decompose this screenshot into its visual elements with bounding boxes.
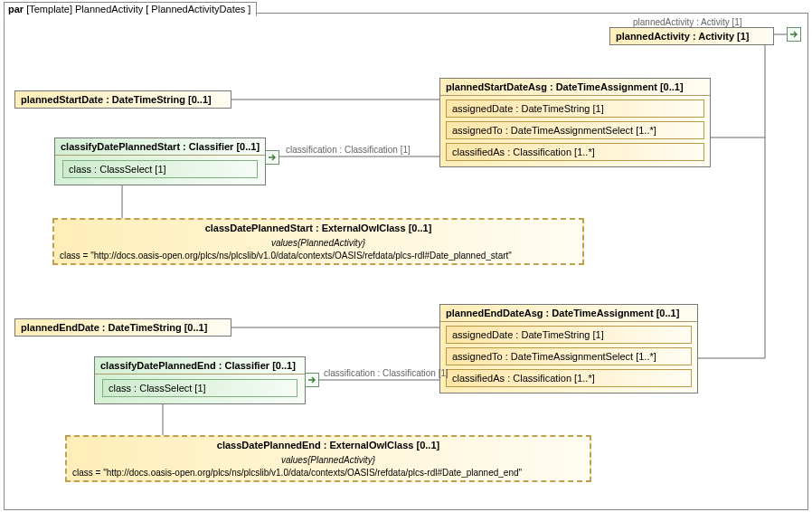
note-title: classDatePlannedStart : ExternalOwlClass… <box>54 220 582 236</box>
note-caption: values{PlannedActivity} <box>67 453 590 465</box>
note-value: class = "http://docs.oasis-open.org/plcs… <box>54 248 582 263</box>
block-classifydateplannedstart[interactable]: classifyDatePlannedStart : Classifier [0… <box>54 137 266 185</box>
block-title: classifyDatePlannedEnd : Classifier [0..… <box>95 357 305 375</box>
note-title: classDatePlannedEnd : ExternalOwlClass [… <box>67 437 590 453</box>
nav-icon[interactable] <box>305 373 319 387</box>
block-title: plannedStartDateAsg : DateTimeAssignment… <box>440 79 710 96</box>
block-plannedenddate[interactable]: plannedEndDate : DateTimeString [0..1] <box>14 318 231 337</box>
row-assignedto[interactable]: assignedTo : DateTimeAssignmentSelect [1… <box>446 121 704 139</box>
row-class[interactable]: class : ClassSelect [1] <box>62 160 258 178</box>
note-caption: values{PlannedActivity} <box>54 236 582 248</box>
row-class[interactable]: class : ClassSelect [1] <box>102 379 297 397</box>
block-plannedenddateasg[interactable]: plannedEndDateAsg : DateTimeAssignment [… <box>439 304 698 393</box>
note-classdateplannedstart[interactable]: classDatePlannedStart : ExternalOwlClass… <box>52 218 584 265</box>
assoc-label-plannedactivity: plannedActivity : Activity [1] <box>633 17 742 27</box>
row-assigneddate[interactable]: assignedDate : DateTimeString [1] <box>446 326 692 344</box>
nav-icon[interactable] <box>787 27 801 42</box>
diagram-frame-tab: par [Template] PlannedActivity [ Planned… <box>4 2 257 16</box>
block-plannedactivity[interactable]: plannedActivity : Activity [1] <box>609 27 774 45</box>
row-classifiedas[interactable]: classifiedAs : Classification [1..*] <box>446 143 704 161</box>
frame-kind: par <box>8 4 24 14</box>
block-plannedstartdateasg[interactable]: plannedStartDateAsg : DateTimeAssignment… <box>439 78 711 167</box>
row-assigneddate[interactable]: assignedDate : DateTimeString [1] <box>446 100 704 118</box>
row-assignedto[interactable]: assignedTo : DateTimeAssignmentSelect [1… <box>446 347 692 365</box>
nav-icon[interactable] <box>265 150 279 165</box>
assoc-label-classification: classification : Classification [1] <box>286 145 411 155</box>
row-classifiedas[interactable]: classifiedAs : Classification [1..*] <box>446 369 692 387</box>
block-title: plannedEndDate : DateTimeString [0..1] <box>15 319 231 336</box>
block-title: classifyDatePlannedStart : Classifier [0… <box>55 138 265 156</box>
block-plannedstartdate[interactable]: plannedStartDate : DateTimeString [0..1] <box>14 90 231 109</box>
assoc-label-classification: classification : Classification [1] <box>324 368 448 378</box>
block-classifydateplannedend[interactable]: classifyDatePlannedEnd : Classifier [0..… <box>94 356 306 404</box>
block-title: plannedActivity : Activity [1] <box>610 28 773 44</box>
note-value: class = "http://docs.oasis-open.org/plcs… <box>67 465 590 480</box>
note-classdateplannedend[interactable]: classDatePlannedEnd : ExternalOwlClass [… <box>65 435 591 482</box>
frame-title: [Template] PlannedActivity [ PlannedActi… <box>26 4 250 14</box>
block-title: plannedStartDate : DateTimeString [0..1] <box>15 91 231 108</box>
block-title: plannedEndDateAsg : DateTimeAssignment [… <box>440 305 697 322</box>
